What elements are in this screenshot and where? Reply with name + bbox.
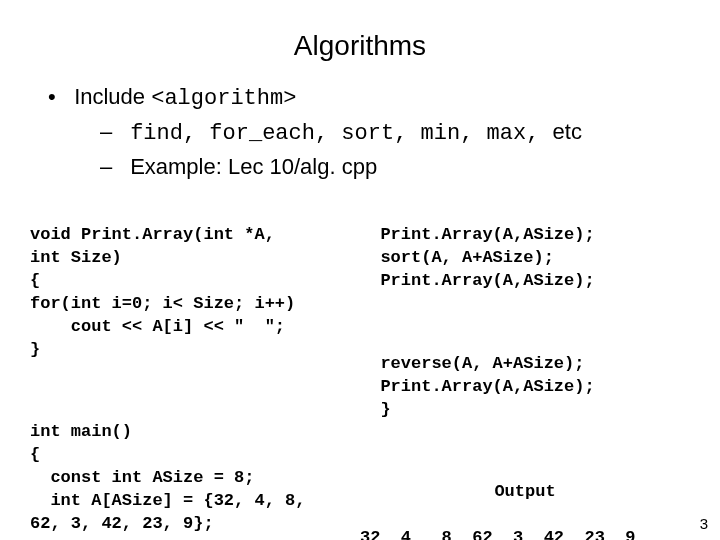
code-columns: void Print.Array(int *A, int Size) { for… [30,201,690,540]
bullet-include-text: Include [74,84,151,109]
bullet-include: • Include <algorithm> [48,80,690,115]
code-calls-b: reverse(A, A+ASize); Print.Array(A,ASize… [360,353,690,422]
bullet-example: – Example: Lec 10/alg. cpp [100,150,690,183]
bullet-dot-icon: • [48,80,68,113]
bullet-functions-code: find, for_each, sort, min, max, [130,121,552,146]
spacer [30,385,360,399]
bullet-list: • Include <algorithm> – find, for_each, … [30,80,690,183]
spacer [360,316,690,330]
bullet-functions: – find, for_each, sort, min, max, etc [100,115,690,150]
code-main: int main() { const int ASize = 8; int A[… [30,421,360,536]
code-printarray: void Print.Array(int *A, int Size) { for… [30,224,360,362]
bullet-include-code: <algorithm> [151,86,296,111]
bullet-example-text: Example: Lec 10/alg. cpp [130,154,377,179]
code-column-right: Print.Array(A,ASize); sort(A, A+ASize); … [360,201,690,540]
slide: Algorithms • Include <algorithm> – find,… [0,0,720,540]
output-label: Output [360,481,690,504]
page-number: 3 [700,515,708,532]
slide-title: Algorithms [30,30,690,62]
bullet-dash-icon: – [100,150,124,183]
output-block: Output 32 4 8 62 3 42 23 9 3 4 8 9 23 32… [360,458,690,540]
bullet-functions-tail: etc [553,119,582,144]
output-line-1: 32 4 8 62 3 42 23 9 [360,528,635,540]
bullet-dash-icon: – [100,115,124,148]
code-calls-a: Print.Array(A,ASize); sort(A, A+ASize); … [360,224,690,293]
code-column-left: void Print.Array(int *A, int Size) { for… [30,201,360,540]
